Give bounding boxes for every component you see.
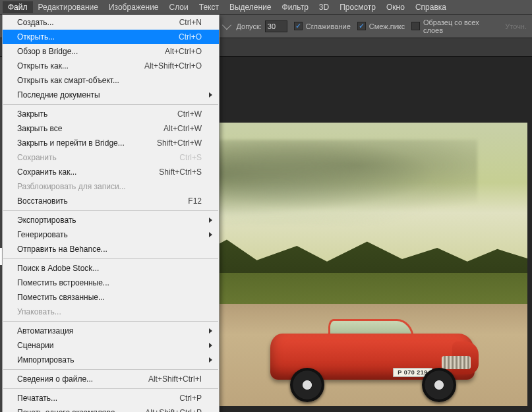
menu-item-shortcut: Alt+Ctrl+O — [165, 47, 202, 56]
contiguous-label: Смеж.пикс — [369, 22, 405, 30]
menu-window[interactable]: Окно — [381, 1, 410, 13]
file-menu-item[interactable]: Сведения о файле...Alt+Shift+Ctrl+I — [3, 372, 219, 386]
car-grille — [442, 356, 471, 369]
menu-help[interactable]: Справка — [410, 1, 452, 13]
menu-item-label: Сохранить — [17, 153, 179, 162]
menu-select[interactable]: Выделение — [224, 1, 277, 13]
file-menu-item[interactable]: Экспортировать — [3, 213, 219, 227]
menu-separator — [3, 104, 218, 105]
menu-text[interactable]: Текст — [194, 1, 224, 13]
antialias-checkbox[interactable]: ✓ — [294, 22, 303, 30]
menu-item-label: Экспортировать — [17, 216, 202, 225]
file-menu-item[interactable]: Автоматизация — [3, 324, 219, 338]
file-menu-item[interactable]: Отправить на Behance... — [3, 242, 219, 256]
menu-image[interactable]: Изображение — [103, 1, 164, 13]
menu-item-shortcut: Ctrl+P — [179, 394, 202, 403]
menu-item-label: Упаковать... — [17, 307, 202, 316]
file-menu-item[interactable]: Генерировать — [3, 227, 219, 242]
menu-item-label: Восстановить — [17, 196, 188, 206]
menu-item-label: Поместить связанные... — [17, 293, 202, 302]
file-menu-item[interactable]: Печатать...Ctrl+P — [3, 391, 219, 405]
menu-item-label: Открыть... — [17, 32, 179, 42]
menu-item-label: Закрыть — [17, 109, 177, 119]
menu-item-shortcut: F12 — [188, 196, 202, 206]
menu-separator — [3, 388, 218, 389]
menu-item-label: Закрыть и перейти в Bridge... — [17, 138, 157, 148]
file-menu-item[interactable]: Последние документы — [3, 88, 219, 102]
menu-item-label: Печатать... — [17, 394, 179, 403]
file-menu-item[interactable]: Открыть как смарт-объект... — [3, 73, 219, 88]
file-menu-item[interactable]: Закрыть и перейти в Bridge...Shift+Ctrl+… — [3, 136, 219, 150]
menu-item-shortcut: Ctrl+W — [177, 109, 202, 119]
car: P 070 219 — [270, 307, 475, 393]
menu-item-label: Автоматизация — [17, 326, 202, 336]
menu-item-label: Отправить на Behance... — [17, 245, 202, 254]
menu-item-label: Сохранить как... — [17, 167, 159, 177]
menu-item-shortcut: Shift+Ctrl+W — [157, 138, 202, 148]
file-menu-item[interactable]: Поместить встроенные... — [3, 276, 219, 290]
menu-item-shortcut: Ctrl+O — [179, 32, 202, 42]
menu-layers[interactable]: Слои — [164, 1, 194, 13]
wheel-rear — [290, 368, 324, 402]
menu-item-label: Печать одного экземпляра — [17, 408, 145, 412]
menu-item-label: Последние документы — [17, 90, 202, 100]
file-menu-item: Упаковать... — [3, 305, 219, 319]
menu-item-shortcut: Alt+Ctrl+W — [163, 124, 202, 133]
tolerance-label: Допуск: — [236, 22, 261, 30]
file-menu-item[interactable]: Печать одного экземпляраAlt+Shift+Ctrl+P — [3, 405, 219, 412]
menu-item-label: Сценарии — [17, 341, 202, 350]
menu-item-label: Открыть как смарт-объект... — [17, 76, 202, 85]
file-menu-item[interactable]: Создать...Ctrl+N — [3, 15, 219, 30]
menu-item-label: Создать... — [17, 18, 179, 27]
file-menu-item[interactable]: Поиск в Adobe Stock... — [3, 261, 219, 276]
menu-item-label: Импортировать — [17, 355, 202, 365]
menu-item-shortcut: Alt+Shift+Ctrl+O — [144, 61, 202, 71]
file-menu-item: Разблокировать для записи... — [3, 179, 219, 194]
menu-item-label: Генерировать — [17, 230, 202, 239]
file-menu-item: СохранитьCtrl+S — [3, 150, 219, 165]
file-menu-item[interactable]: Обзор в Bridge...Alt+Ctrl+O — [3, 44, 219, 59]
file-menu-item[interactable]: Открыть как...Alt+Shift+Ctrl+O — [3, 59, 219, 73]
menu-item-shortcut: Ctrl+S — [179, 153, 202, 162]
contiguous-checkbox[interactable]: ✓ — [357, 22, 366, 30]
tolerance-input[interactable] — [265, 20, 287, 32]
all-layers-label: Образец со всех слоев — [423, 18, 498, 34]
file-menu-item[interactable]: Сохранить как...Shift+Ctrl+S — [3, 165, 219, 179]
menu-separator — [3, 258, 218, 259]
menu-item-label: Открыть как... — [17, 61, 144, 71]
menu-view[interactable]: Просмотр — [334, 1, 381, 13]
file-menu-item[interactable]: Открыть...Ctrl+O — [3, 30, 219, 44]
file-menu-item[interactable]: ЗакрытьCtrl+W — [3, 107, 219, 121]
chevron-down-icon[interactable] — [222, 20, 231, 30]
menu-file[interactable]: Файл — [3, 1, 33, 13]
menu-item-label: Закрыть все — [17, 124, 163, 133]
menu-item-shortcut: Alt+Shift+Ctrl+P — [145, 408, 202, 412]
refine-hint: Уточн. — [505, 22, 527, 30]
menu-item-label: Обзор в Bridge... — [17, 47, 165, 56]
file-menu-dropdown: Создать...Ctrl+NОткрыть...Ctrl+OОбзор в … — [2, 15, 220, 412]
file-menu-item[interactable]: Закрыть всеAlt+Ctrl+W — [3, 121, 219, 136]
all-layers-checkbox[interactable] — [411, 22, 420, 30]
menu-item-shortcut: Ctrl+N — [179, 18, 202, 27]
menu-item-label: Разблокировать для записи... — [17, 182, 202, 191]
file-menu-item[interactable]: ВосстановитьF12 — [3, 194, 219, 208]
file-menu-item[interactable]: Импортировать — [3, 353, 219, 367]
menu-filter[interactable]: Фильтр — [277, 1, 314, 13]
menu-item-shortcut: Alt+Shift+Ctrl+I — [148, 374, 202, 384]
antialias-label: Сглаживание — [306, 22, 351, 30]
file-menu-item[interactable]: Поместить связанные... — [3, 290, 219, 305]
wheel-front — [422, 368, 456, 402]
menu-separator — [3, 369, 218, 370]
menu-item-shortcut: Shift+Ctrl+S — [159, 167, 202, 177]
menu-edit[interactable]: Редактирование — [33, 1, 103, 13]
menu-separator — [3, 210, 218, 211]
menu-3d[interactable]: 3D — [314, 1, 334, 13]
menubar: Файл Редактирование Изображение Слои Тек… — [0, 0, 532, 15]
menu-separator — [3, 321, 218, 322]
menu-item-label: Сведения о файле... — [17, 374, 148, 384]
menu-item-label: Поместить встроенные... — [17, 278, 202, 287]
menu-item-label: Поиск в Adobe Stock... — [17, 264, 202, 273]
file-menu-item[interactable]: Сценарии — [3, 338, 219, 353]
